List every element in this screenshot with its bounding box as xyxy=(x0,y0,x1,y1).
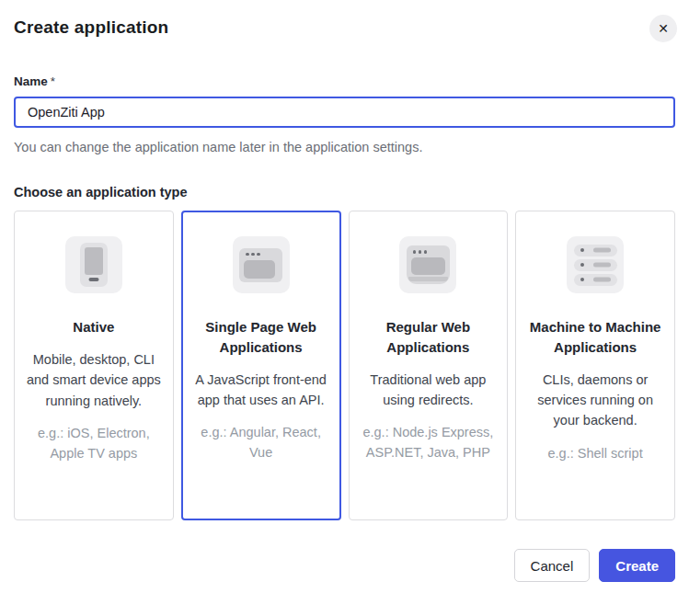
dialog-footer: Cancel Create xyxy=(14,549,675,582)
card-description: CLIs, daemons or services running on you… xyxy=(526,370,664,431)
application-type-card-spa[interactable]: Single Page Web Applications A JavaScrip… xyxy=(181,211,341,520)
application-type-label: Choose an application type xyxy=(14,185,675,200)
close-icon: ✕ xyxy=(658,22,669,35)
create-application-dialog: Create application ✕ Name* You can chang… xyxy=(0,0,689,616)
card-example: e.g.: iOS, Electron, Apple TV apps xyxy=(25,424,163,464)
application-type-cards: Native Mobile, desktop, CLI and smart de… xyxy=(14,211,675,520)
close-button[interactable]: ✕ xyxy=(649,15,677,42)
card-example: e.g.: Angular, React, Vue xyxy=(192,423,330,463)
card-example: e.g.: Node.js Express, ASP.NET, Java, PH… xyxy=(360,423,498,463)
name-label-row: Name* xyxy=(14,74,675,88)
mobile-phone-icon xyxy=(65,236,122,293)
cancel-button[interactable]: Cancel xyxy=(514,549,591,582)
card-description: Mobile, desktop, CLI and smart device ap… xyxy=(25,349,163,411)
server-stack-icon xyxy=(567,236,624,293)
create-button[interactable]: Create xyxy=(599,549,675,582)
application-type-card-machine-to-machine[interactable]: Machine to Machine Applications CLIs, da… xyxy=(515,211,675,520)
dialog-title: Create application xyxy=(14,17,675,38)
dialog-header: Create application ✕ xyxy=(14,0,675,38)
card-title: Native xyxy=(25,317,163,337)
browser-window-server-icon xyxy=(399,236,456,293)
application-type-card-regular-web[interactable]: Regular Web Applications Traditional web… xyxy=(349,211,509,520)
browser-window-icon xyxy=(233,236,290,293)
required-asterisk: * xyxy=(51,74,55,88)
card-example: e.g.: Shell script xyxy=(526,444,664,464)
card-description: A JavaScript front-end app that uses an … xyxy=(192,370,330,411)
card-title: Single Page Web Applications xyxy=(192,317,330,358)
card-description: Traditional web app using redirects. xyxy=(360,370,498,411)
card-title: Machine to Machine Applications xyxy=(526,317,664,358)
application-name-input[interactable] xyxy=(14,97,675,128)
name-helper-text: You can change the application name late… xyxy=(14,140,675,154)
card-title: Regular Web Applications xyxy=(360,317,498,358)
application-type-card-native[interactable]: Native Mobile, desktop, CLI and smart de… xyxy=(14,211,174,520)
name-label: Name xyxy=(14,74,48,88)
